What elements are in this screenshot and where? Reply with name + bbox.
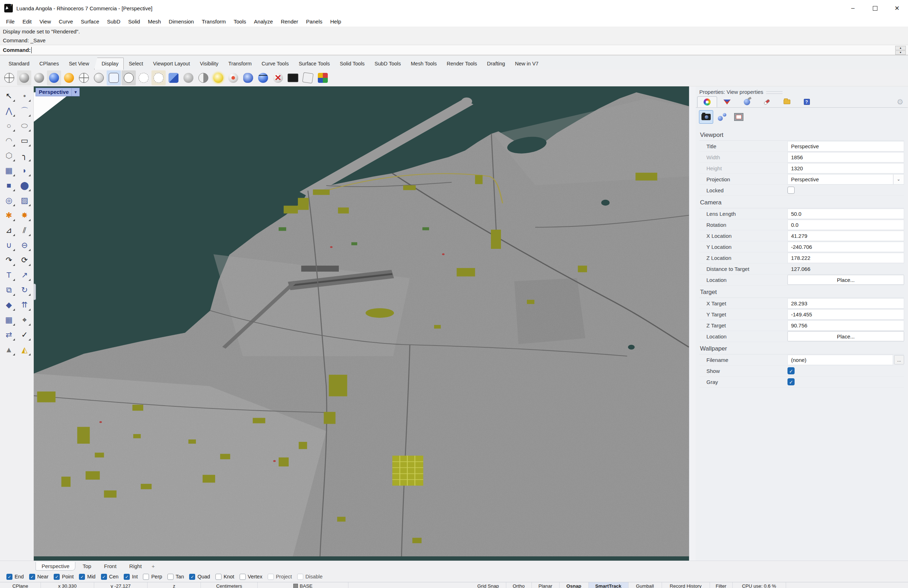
property-value-field[interactable]: 0.0	[787, 220, 904, 230]
tab-viewport-layout[interactable]: Viewport Layout	[148, 58, 195, 70]
menu-dimension[interactable]: Dimension	[165, 16, 198, 27]
tab-set-view[interactable]: Set View	[64, 58, 94, 70]
tab-solid-tools[interactable]: Solid Tools	[335, 58, 370, 70]
projection-dropdown[interactable]: Perspective⌄	[787, 174, 904, 185]
properties-tab[interactable]	[697, 96, 717, 107]
property-value-field[interactable]: -149.455	[787, 309, 904, 320]
osnap-int-checkbox[interactable]	[124, 574, 130, 580]
tab-transform[interactable]: Transform	[223, 58, 257, 70]
monochrome-display-icon[interactable]	[32, 70, 46, 85]
status-ortho[interactable]: Ortho	[506, 582, 532, 588]
status-x-30-330[interactable]: x 30.330	[41, 582, 94, 588]
array-icon[interactable]: ▦	[1, 313, 17, 327]
perspective-viewport[interactable]: Perspective ▼	[34, 86, 689, 561]
osnap-mid[interactable]: Mid	[79, 574, 95, 580]
glow-sphere-icon[interactable]	[211, 70, 225, 85]
tab-render-tools[interactable]: Render Tools	[442, 58, 482, 70]
rectangle-icon[interactable]: ▭	[17, 133, 32, 148]
sketch-display-icon[interactable]	[137, 70, 151, 85]
tab-drafting[interactable]: Drafting	[482, 58, 510, 70]
curve-handle-icon[interactable]: ⟳	[17, 253, 32, 268]
menu-render[interactable]: Render	[277, 16, 302, 27]
viewport-tab-top[interactable]: Top	[77, 562, 97, 570]
boolean-difference-icon[interactable]: ⊖	[17, 238, 32, 253]
osnap-vertex-checkbox[interactable]	[240, 574, 246, 580]
osnap-project[interactable]: Project	[268, 574, 292, 580]
point-icon[interactable]: •	[17, 89, 32, 103]
boolean-union-icon[interactable]: ∪	[1, 238, 17, 253]
panel-settings-gear-icon[interactable]: ⚙	[897, 98, 903, 106]
tab-standard[interactable]: Standard	[3, 58, 34, 70]
maximize-button[interactable]	[864, 0, 886, 16]
tab-display[interactable]: Display	[94, 58, 124, 70]
osnap-end[interactable]: End	[6, 574, 24, 580]
artistic-display-icon[interactable]	[107, 70, 121, 85]
shaded-display-icon[interactable]	[17, 70, 31, 85]
viewport-tab-right[interactable]: Right	[124, 562, 148, 570]
wireframe-display-icon[interactable]	[2, 70, 16, 85]
extrude-icon[interactable]: ⇈	[17, 298, 32, 313]
osnap-knot-checkbox[interactable]	[216, 574, 222, 580]
show-checkbox[interactable]	[787, 367, 795, 374]
menu-subd[interactable]: SubD	[103, 16, 124, 27]
scroll-up-icon[interactable]: ▲	[895, 46, 906, 50]
command-prompt[interactable]: Command: ▲ ▼	[0, 45, 908, 55]
menu-view[interactable]: View	[35, 16, 55, 27]
osnap-tan-checkbox[interactable]	[167, 574, 174, 580]
chevron-down-icon[interactable]: ▼	[71, 88, 79, 96]
browse-file-button[interactable]: ...	[894, 355, 904, 364]
xray-display-icon[interactable]	[77, 70, 91, 85]
menu-solid[interactable]: Solid	[124, 16, 144, 27]
status-planar[interactable]: Planar	[532, 582, 560, 588]
osnap-knot[interactable]: Knot	[216, 574, 234, 580]
property-value-field[interactable]: 50.0	[787, 209, 904, 219]
menu-panels[interactable]: Panels	[302, 16, 326, 27]
menu-file[interactable]: File	[2, 16, 18, 27]
curve-blend-icon[interactable]: ↷	[1, 253, 17, 268]
rotate-icon[interactable]: ↻	[17, 283, 32, 298]
menu-curve[interactable]: Curve	[55, 16, 77, 27]
monitor-display-icon[interactable]	[286, 70, 300, 85]
arc-icon[interactable]: ◠	[1, 133, 17, 148]
solid-union-icon[interactable]: ◆	[1, 298, 17, 313]
materials-tab[interactable]	[757, 96, 777, 107]
split-icon[interactable]: ⫽	[17, 223, 32, 238]
status-grid-snap[interactable]: Grid Snap	[471, 582, 506, 588]
pyramid-icon[interactable]: ◭	[17, 342, 32, 357]
status-filter[interactable]: Filter	[710, 582, 733, 588]
tab-surface-tools[interactable]: Surface Tools	[294, 58, 335, 70]
no-clipping-icon[interactable]	[271, 70, 285, 85]
align-icon[interactable]: ⌖	[17, 313, 32, 327]
orient-icon[interactable]: ⇄	[1, 327, 17, 342]
tab-cplanes[interactable]: CPlanes	[34, 58, 64, 70]
tab-mesh-tools[interactable]: Mesh Tools	[406, 58, 442, 70]
check-icon[interactable]: ✓	[17, 327, 32, 342]
osnap-near-checkbox[interactable]	[29, 574, 35, 580]
status-cplane[interactable]: CPlane	[0, 582, 41, 588]
property-value-field[interactable]: 178.222	[787, 253, 904, 263]
camera-lens-icon[interactable]	[241, 70, 255, 85]
curve-icon[interactable]: ⌒	[17, 103, 32, 118]
technical-display-icon[interactable]	[92, 70, 106, 85]
status-z[interactable]: z	[148, 582, 201, 588]
osnap-near[interactable]: Near	[29, 574, 48, 580]
camera-linking-subtab[interactable]	[715, 110, 729, 124]
viewport-title-dropdown[interactable]: Perspective ▼	[35, 88, 80, 96]
pen-display-icon[interactable]	[122, 70, 136, 85]
move-icon[interactable]: ↗	[17, 268, 32, 283]
menu-transform[interactable]: Transform	[198, 16, 230, 27]
scroll-down-icon[interactable]: ▼	[895, 50, 906, 55]
minimize-button[interactable]: –	[842, 0, 864, 16]
osnap-perp-checkbox[interactable]	[143, 574, 149, 580]
status-smarttrack[interactable]: SmartTrack	[589, 582, 629, 588]
status-osnap[interactable]: Osnap	[560, 582, 589, 588]
osnap-point-checkbox[interactable]	[54, 574, 60, 580]
toolbar-splitter-grip[interactable]	[34, 284, 36, 300]
circle-icon[interactable]: ○	[1, 118, 17, 133]
tab-curve-tools[interactable]: Curve Tools	[257, 58, 294, 70]
illustration-display-icon[interactable]	[151, 70, 166, 85]
osnap-cen[interactable]: Cen	[101, 574, 119, 580]
text-icon[interactable]: T	[1, 268, 17, 283]
property-value-field[interactable]: 28.293	[787, 298, 904, 309]
copy-icon[interactable]: ⧉	[1, 283, 17, 298]
